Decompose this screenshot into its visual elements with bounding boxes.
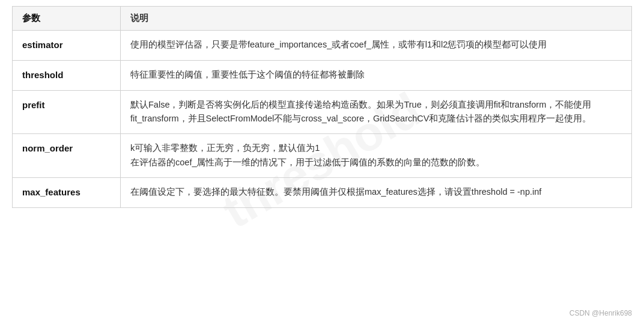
desc-cell: 特征重要性的阈值，重要性低于这个阈值的特征都将被删除	[121, 60, 632, 90]
table-row: norm_orderk可输入非零整数，正无穷，负无穷，默认值为1在评估器的coe…	[13, 134, 632, 178]
table-row: estimator使用的模型评估器，只要是带feature_importance…	[13, 31, 632, 61]
param-cell: prefit	[13, 90, 121, 134]
param-cell: estimator	[13, 31, 121, 61]
param-cell: threshold	[13, 60, 121, 90]
param-cell: norm_order	[13, 134, 121, 178]
table-row: prefit默认False，判断是否将实例化后的模型直接传递给构造函数。如果为T…	[13, 90, 632, 134]
header-param: 参数	[13, 7, 121, 31]
desc-cell: 在阈值设定下，要选择的最大特征数。要禁用阈值并仅根据max_features选择…	[121, 178, 632, 208]
param-cell: max_features	[13, 178, 121, 208]
table-row: threshold特征重要性的阈值，重要性低于这个阈值的特征都将被删除	[13, 60, 632, 90]
table-row: max_features在阈值设定下，要选择的最大特征数。要禁用阈值并仅根据ma…	[13, 178, 632, 208]
params-table: 参数 说明 estimator使用的模型评估器，只要是带feature_impo…	[12, 6, 632, 208]
desc-cell: 使用的模型评估器，只要是带feature_importances_或者coef_…	[121, 31, 632, 61]
header-desc: 说明	[121, 7, 632, 31]
page-wrapper: threshold 参数 说明 estimator使用的模型评估器，只要是带fe…	[0, 0, 644, 321]
desc-cell: 默认False，判断是否将实例化后的模型直接传递给构造函数。如果为True，则必…	[121, 90, 632, 134]
desc-cell: k可输入非零整数，正无穷，负无穷，默认值为1在评估器的coef_属性高于一维的情…	[121, 134, 632, 178]
csdn-credit: CSDN @Henrik698	[570, 309, 632, 317]
